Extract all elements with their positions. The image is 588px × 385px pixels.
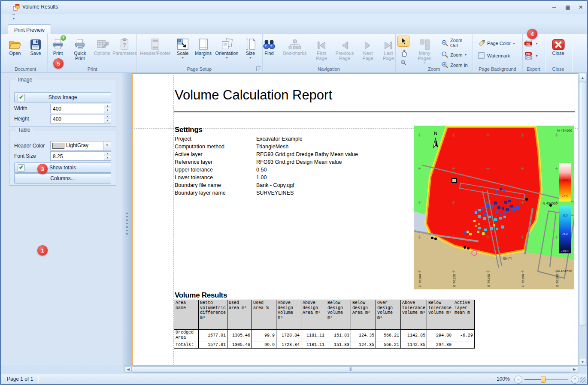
scroll-down-button[interactable]: ▼ (579, 358, 586, 366)
print-label: Print (53, 51, 63, 56)
horizontal-scroll-thumb[interactable] (132, 366, 571, 373)
zoom-increase-button[interactable]: + (571, 376, 579, 384)
show-totals-checkbox-icon: ✔ (18, 164, 25, 171)
north-label: N (434, 131, 437, 136)
row-name: Dredged Area (174, 330, 199, 342)
find-binoculars-icon (262, 36, 276, 51)
minimize-button[interactable]: ─ (549, 4, 560, 11)
quick-print-button[interactable]: Quick Print (69, 36, 91, 62)
group-page-setup-label: Page Setup (136, 66, 262, 72)
width-input[interactable] (51, 104, 104, 113)
header-color-combo[interactable]: LightGray ▼ (50, 141, 111, 150)
svg-text:-8.0: -8.0 (562, 214, 568, 217)
window-title: Volume Results (22, 4, 58, 10)
sidebar-splitter[interactable] (122, 73, 132, 365)
font-size-stepper[interactable]: ▲▼ (104, 152, 111, 160)
image-panel-title: Image (16, 77, 34, 83)
page-color-button[interactable]: Page Color ▼ (476, 39, 517, 48)
margins-button[interactable]: Margins ▼ (194, 36, 213, 60)
font-size-input[interactable] (51, 152, 104, 160)
page-edge-left (132, 73, 133, 365)
many-pages-icon (418, 36, 430, 51)
header-footer-label: Header/Footer (140, 51, 170, 56)
scroll-right-button[interactable]: ▶ (571, 366, 578, 373)
height-row: Height ▲▼ (14, 114, 110, 123)
many-pages-label: Many Pages (412, 51, 437, 61)
tab-print-preview[interactable]: Print Preview (8, 24, 51, 35)
zoom-icon (441, 51, 449, 58)
total-cell: 124.35 (351, 342, 376, 349)
hand-tool-button[interactable] (398, 48, 409, 58)
columns-button-label: Columns... (50, 175, 75, 181)
find-button[interactable]: Find (259, 36, 279, 57)
setting-label: Computation method (175, 144, 224, 150)
font-size-row: Font Size ▲▼ (14, 151, 110, 161)
vertical-scroll-thumb[interactable] (579, 82, 586, 325)
vertical-scrollbar[interactable]: ▲ ▼ (578, 73, 587, 366)
save-button[interactable]: Save (26, 36, 45, 57)
col-header: Below tolerance Volume m³ (427, 300, 453, 330)
size-icon (245, 36, 256, 51)
bookmarks-icon (288, 36, 302, 51)
horizontal-scrollbar[interactable]: ◀ ▶ (124, 365, 579, 373)
width-stepper[interactable]: ▲▼ (104, 104, 111, 113)
customize-qat-icon[interactable]: ▔▾ (11, 15, 16, 21)
margins-dropdown-arrow: ▼ (202, 56, 205, 59)
setting-label: Upper tolerance (175, 167, 213, 173)
group-export: PDF ▼ PDF ▼ Export (522, 34, 545, 72)
header-color-label: Header Color (14, 143, 45, 149)
scale-dropdown-arrow: ▼ (181, 56, 184, 59)
group-zoom-label: Zoom (395, 66, 473, 72)
col-header: Active layer mean m (453, 300, 475, 330)
page-color-icon (478, 40, 485, 47)
map-e-label: E 76160 (521, 274, 525, 287)
pointer-arrow-icon (400, 37, 407, 45)
print-preview-window: Volume Results ─ ▣ ✕ ▔▾ Print Preview Op… (0, 0, 588, 385)
first-page-icon (315, 36, 328, 51)
resize-grip[interactable] (580, 377, 586, 383)
zoom-slider-thumb[interactable] (541, 376, 546, 383)
close-preview-button[interactable]: Close (549, 36, 568, 57)
scroll-left-button[interactable]: ◀ (124, 366, 132, 373)
svg-text:PDF: PDF (526, 42, 531, 45)
height-input[interactable] (51, 114, 104, 123)
table-totals-row: Totals: 1577.01 1305.46 99.9 1728.84 118… (174, 342, 475, 349)
callout-4: 4 (527, 29, 537, 39)
pointer-tool-button[interactable] (397, 36, 409, 47)
export-pdf-button[interactable]: PDF ▼ (522, 39, 540, 48)
zoom-button[interactable]: Zoom ▼ (439, 50, 473, 59)
watermark-button[interactable]: Watermark (476, 51, 512, 60)
parameters-button: ? Parameters (113, 36, 136, 57)
zoom-percentage: 100% (497, 376, 510, 382)
group-zoom: Many Pages ▼ Zoom Out Zoom ▼ Z (395, 34, 473, 72)
hand-icon (400, 49, 407, 57)
header-color-dropdown-arrow[interactable]: ▼ (103, 141, 111, 150)
image-panel: Image ✔ Show Image Width ▲▼ Height ▲▼ (9, 80, 116, 127)
close-window-button[interactable]: ✕ (575, 4, 586, 11)
pdf-file-icon: PDF (524, 40, 533, 47)
size-button[interactable]: Size ▼ (240, 36, 260, 60)
zoom-tool-button[interactable] (398, 59, 409, 66)
svg-text:-6.0: -6.0 (562, 178, 568, 182)
height-stepper[interactable]: ▲▼ (104, 114, 111, 123)
callout-3: 3 (37, 164, 48, 174)
show-image-toggle[interactable]: ✔ Show Image (14, 92, 111, 102)
find-label: Find (264, 51, 273, 56)
maximize-button[interactable]: ▣ (562, 4, 573, 11)
zoom-out-button[interactable]: Zoom Out (439, 37, 473, 49)
app-icon (13, 4, 20, 11)
show-totals-toggle[interactable]: ✔ Show totals (14, 162, 111, 173)
parameters-label: Parameters (112, 51, 137, 56)
col-header: Above tolerance Volume m³ (401, 300, 427, 330)
scale-button[interactable]: Scale ▼ (173, 36, 193, 60)
print-button[interactable]: ? Print (48, 36, 68, 57)
total-cell: 1728.84 (276, 342, 301, 349)
zoom-decrease-button[interactable]: − (514, 376, 522, 384)
send-pdf-email-button[interactable]: PDF ▼ (522, 51, 540, 60)
open-button[interactable]: Open (5, 36, 25, 57)
orientation-button[interactable]: Orientation ▼ (214, 36, 240, 60)
scroll-up-button[interactable]: ▲ (579, 74, 586, 81)
zoom-dropdown-arrow: ▼ (464, 53, 467, 56)
columns-button[interactable]: Columns... (14, 173, 111, 183)
map-e-label: E 76120 (452, 274, 456, 287)
